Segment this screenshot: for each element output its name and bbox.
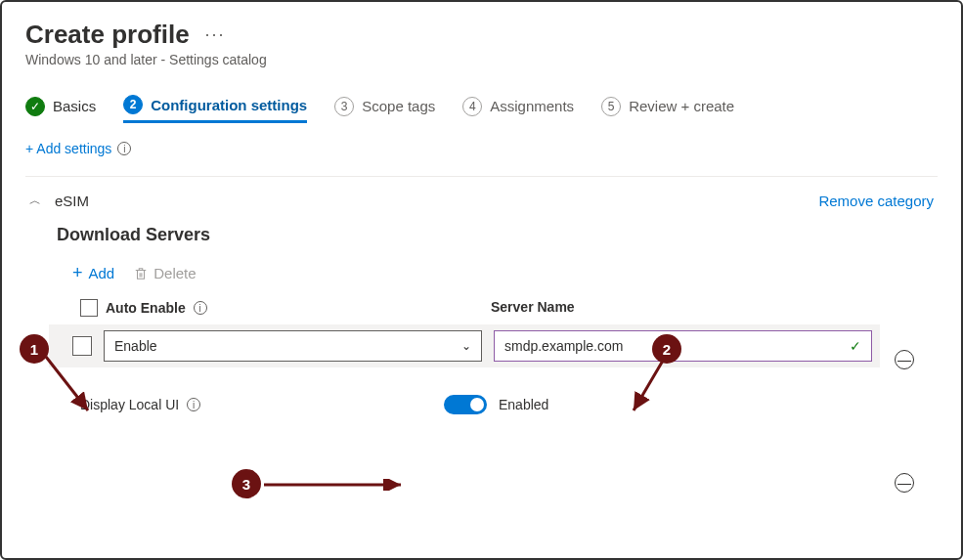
dropdown-value: Enable <box>114 338 157 354</box>
step-label: Scope tags <box>362 98 435 114</box>
callout-3: 3 <box>232 469 261 498</box>
delete-button[interactable]: Delete <box>134 265 196 281</box>
step-label: Assignments <box>490 98 574 114</box>
step-label: Basics <box>53 98 96 114</box>
add-settings-link[interactable]: + Add settings i <box>25 141 938 156</box>
toggle-value: Enabled <box>499 397 548 412</box>
column-server-name: Server Name <box>491 299 575 317</box>
step-scope-tags[interactable]: 3 Scope tags <box>334 97 435 122</box>
delete-label: Delete <box>153 265 196 281</box>
collapse-row-button[interactable]: — <box>895 350 914 369</box>
step-number-icon: 2 <box>123 95 143 114</box>
step-number-icon: 5 <box>601 97 621 116</box>
step-basics[interactable]: ✓ Basics <box>25 97 96 122</box>
arrow-icon <box>626 356 675 424</box>
category-name: eSIM <box>55 193 89 209</box>
page-title: Create profile <box>25 20 190 50</box>
display-local-ui-toggle[interactable] <box>444 395 487 414</box>
more-menu-icon[interactable]: ··· <box>205 24 226 45</box>
arrow-icon <box>41 352 100 420</box>
toggle-knob <box>470 398 484 411</box>
chevron-up-icon[interactable]: ︿ <box>29 193 41 209</box>
callout-1: 1 <box>20 334 49 364</box>
info-icon[interactable]: i <box>194 301 207 315</box>
step-number-icon: 4 <box>462 97 482 116</box>
select-all-checkbox[interactable] <box>80 299 98 317</box>
add-settings-label: + Add settings <box>25 141 111 156</box>
table-row: Enable ⌄ smdp.example.com ✓ <box>49 324 880 367</box>
info-icon[interactable]: i <box>117 142 131 155</box>
step-review-create[interactable]: 5 Review + create <box>601 97 734 122</box>
step-assignments[interactable]: 4 Assignments <box>462 97 574 122</box>
add-button[interactable]: + Add <box>72 263 114 283</box>
step-label: Configuration settings <box>151 97 307 113</box>
page-subtitle: Windows 10 and later - Settings catalog <box>25 52 938 67</box>
callout-2: 2 <box>652 334 681 364</box>
server-name-input[interactable]: smdp.example.com ✓ <box>494 330 872 362</box>
wizard-steps: ✓ Basics 2 Configuration settings 3 Scop… <box>25 95 938 123</box>
step-number-icon: 3 <box>334 97 354 116</box>
info-icon[interactable]: i <box>187 398 200 411</box>
valid-check-icon: ✓ <box>850 338 861 354</box>
input-value: smdp.example.com <box>504 338 623 354</box>
trash-icon <box>134 267 148 280</box>
step-configuration-settings[interactable]: 2 Configuration settings <box>123 95 307 123</box>
arrow-icon <box>264 479 411 491</box>
auto-enable-dropdown[interactable]: Enable ⌄ <box>104 330 482 362</box>
column-auto-enable: Auto Enable <box>106 300 186 316</box>
step-label: Review + create <box>629 98 734 114</box>
plus-icon: + <box>72 263 83 283</box>
add-label: Add <box>89 265 115 281</box>
chevron-down-icon: ⌄ <box>461 339 471 353</box>
section-title: Download Servers <box>57 225 938 245</box>
check-icon: ✓ <box>25 97 45 116</box>
divider <box>25 176 938 177</box>
svg-line-1 <box>634 361 663 410</box>
collapse-row-button[interactable]: — <box>895 473 914 493</box>
svg-line-0 <box>46 357 88 410</box>
remove-category-link[interactable]: Remove category <box>818 193 934 209</box>
